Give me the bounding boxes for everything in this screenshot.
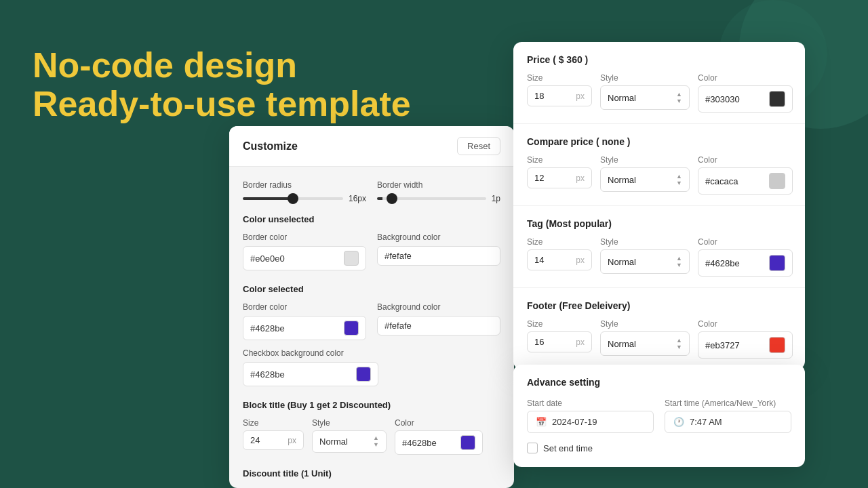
border-width-value: 1p — [492, 194, 500, 203]
unselected-bg-group: Background color #fefafe — [377, 232, 500, 270]
unselected-border-value: #e0e0e0 — [250, 253, 338, 264]
tag-style-input[interactable]: Normal ▲ ▼ — [600, 249, 690, 274]
price-style-input[interactable]: Normal ▲ ▼ — [600, 85, 690, 110]
calendar-icon: 📅 — [536, 417, 547, 427]
footer-title: Footer (Free Deleivery) — [527, 300, 791, 311]
checkbox-bg-input[interactable]: #4628be — [243, 362, 378, 386]
customize-header: Customize Reset — [229, 126, 514, 167]
unselected-bg-input[interactable]: #fefafe — [377, 246, 500, 266]
compare-size-input[interactable]: 12 px — [527, 167, 592, 188]
footer-style-arrows: ▲ ▼ — [676, 337, 682, 350]
selected-border-swatch — [344, 321, 359, 336]
compare-color-group: Color #cacaca — [698, 155, 793, 195]
hero-line2-accent: template — [266, 84, 411, 123]
start-date-input[interactable]: 📅 2024-07-19 — [527, 411, 654, 433]
border-radius-label: Border radius — [243, 180, 366, 190]
tag-size-label: Size — [527, 237, 592, 247]
compare-style-input[interactable]: Normal ▲ ▼ — [600, 167, 690, 192]
tag-arrow-up: ▲ — [676, 255, 682, 262]
tag-size-unit: px — [576, 256, 585, 265]
border-radius-slider[interactable] — [243, 197, 343, 200]
unselected-border-label: Border color — [243, 232, 366, 242]
tag-style-arrows: ▲ ▼ — [676, 255, 682, 268]
unselected-border-input[interactable]: #e0e0e0 — [243, 246, 366, 270]
compare-style-label: Style — [600, 155, 690, 165]
price-fields-row: Size 18 px Style Normal ▲ ▼ Color — [527, 73, 791, 113]
start-time-group: Start time (America/New_York) 🕐 7:47 AM — [665, 399, 791, 433]
selected-bg-input[interactable]: #fefafe — [377, 316, 500, 336]
tag-color-value: #4628be — [705, 258, 764, 268]
footer-color-swatch — [769, 337, 785, 353]
block-style-arrows: ▲ ▼ — [373, 435, 379, 448]
advance-title: Advance setting — [527, 377, 791, 388]
footer-style-value: Normal — [608, 339, 672, 349]
footer-color-input[interactable]: #eb3727 — [698, 331, 793, 359]
block-style-input[interactable]: Normal ▲ ▼ — [312, 430, 387, 453]
selected-border-group: Border color #4628be — [243, 302, 366, 340]
compare-size-group: Size 12 px — [527, 155, 592, 188]
footer-color-group: Color #eb3727 — [698, 319, 793, 359]
start-time-input[interactable]: 🕐 7:47 AM — [665, 411, 791, 433]
block-color-value: #4628be — [402, 438, 455, 448]
tag-color-label: Color — [698, 237, 793, 247]
color-selected-row: Border color #4628be Background color #f… — [243, 302, 500, 340]
block-color-input[interactable]: #4628be — [395, 430, 483, 455]
start-time-label: Start time (America/New_York) — [665, 399, 791, 408]
border-radius-group: Border radius 16px — [243, 180, 366, 203]
footer-size-label: Size — [527, 319, 592, 329]
checkbox-bg-value: #4628be — [250, 369, 351, 380]
start-date-group: Start date 📅 2024-07-19 — [527, 399, 654, 433]
tag-size-input[interactable]: 14 px — [527, 249, 592, 270]
hero-text: No-code design Ready-to-use template — [33, 46, 411, 123]
compare-color-input[interactable]: #cacaca — [698, 167, 793, 195]
typography-panel: Price ( $ 360 ) Size 18 px Style Normal … — [513, 42, 805, 369]
customize-panel: Customize Reset Border radius 16px Borde… — [229, 126, 514, 488]
compare-size-value: 12 — [534, 173, 572, 183]
compare-size-unit: px — [576, 174, 585, 183]
price-arrow-down: ▼ — [676, 98, 682, 104]
price-size-value: 18 — [534, 91, 572, 101]
footer-style-input[interactable]: Normal ▲ ▼ — [600, 331, 690, 356]
selected-border-input[interactable]: #4628be — [243, 316, 366, 340]
border-width-slider[interactable] — [377, 197, 486, 200]
unselected-bg-label: Background color — [377, 232, 500, 242]
price-size-input[interactable]: 18 px — [527, 85, 592, 106]
footer-arrow-up: ▲ — [676, 337, 682, 344]
compare-arrow-down: ▼ — [676, 180, 682, 186]
selected-bg-group: Background color #fefafe — [377, 302, 500, 340]
tag-arrow-down: ▼ — [676, 262, 682, 268]
color-selected-label: Color selected — [243, 284, 500, 294]
border-radius-value: 16px — [349, 194, 366, 203]
border-width-slider-container: 1p — [377, 194, 500, 203]
block-size-input[interactable]: 24 px — [243, 430, 304, 450]
block-color-swatch — [460, 435, 475, 450]
checkbox-bg-row: Checkbox background color #4628be — [243, 348, 500, 386]
price-section: Price ( $ 360 ) Size 18 px Style Normal … — [513, 42, 805, 124]
price-color-input[interactable]: #303030 — [698, 85, 793, 113]
tag-color-input[interactable]: #4628be — [698, 249, 793, 277]
footer-section: Footer (Free Deleivery) Size 16 px Style… — [513, 288, 805, 369]
block-style-value: Normal — [319, 436, 370, 447]
footer-size-input[interactable]: 16 px — [527, 331, 592, 352]
discount-title-label: Discount title (1 Unit) — [243, 468, 500, 479]
unselected-border-group: Border color #e0e0e0 — [243, 232, 366, 270]
footer-size-value: 16 — [534, 337, 572, 347]
selected-bg-label: Background color — [377, 302, 500, 312]
price-color-swatch — [769, 91, 785, 107]
reset-button[interactable]: Reset — [457, 137, 500, 155]
set-end-checkbox[interactable] — [527, 443, 538, 453]
footer-color-value: #eb3727 — [705, 340, 764, 350]
border-width-label: Border width — [377, 180, 500, 190]
footer-size-group: Size 16 px — [527, 319, 592, 352]
block-title-section: Block title (Buy 1 get 2 Discounted) Siz… — [243, 400, 500, 455]
price-style-value: Normal — [608, 93, 672, 103]
border-radius-slider-container: 16px — [243, 194, 366, 203]
price-color-label: Color — [698, 73, 793, 83]
compare-arrow-up: ▲ — [676, 173, 682, 180]
color-selected-section: Color selected Border color #4628be Back… — [243, 284, 500, 386]
unselected-bg-value: #fefafe — [384, 251, 493, 261]
price-color-value: #303030 — [705, 94, 764, 104]
color-unselected-label: Color unselected — [243, 214, 500, 224]
price-style-label: Style — [600, 73, 690, 83]
discount-title-section: Discount title (1 Unit) Size Style Color — [243, 468, 500, 488]
